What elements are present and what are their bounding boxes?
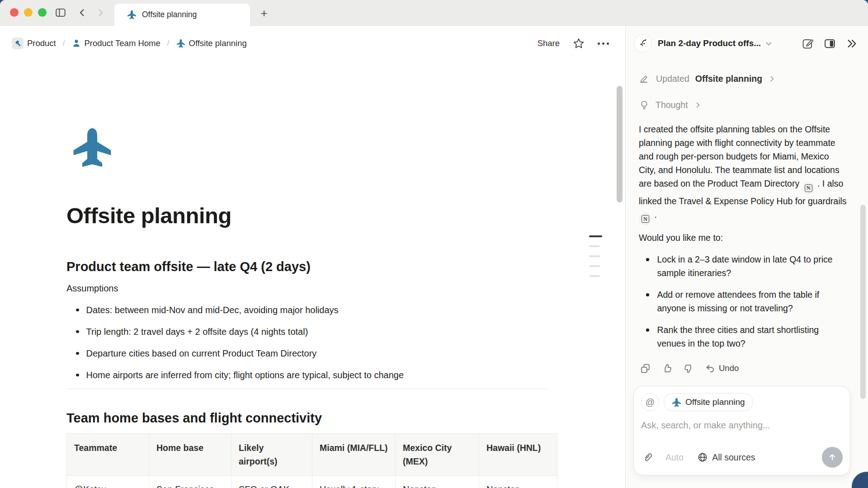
table-cell[interactable]: San Francisco bbox=[149, 476, 231, 488]
column-header[interactable]: Likely airport(s) bbox=[231, 434, 312, 476]
plane-icon bbox=[127, 10, 137, 19]
column-header[interactable]: Home base bbox=[149, 434, 231, 476]
more-options-button[interactable] bbox=[598, 42, 609, 45]
list-item: Rank the three cities and start shortlis… bbox=[639, 323, 847, 350]
document-pane: Product / Product Team Home / Offsite pl… bbox=[0, 26, 625, 488]
sidebar-toggle-icon bbox=[55, 7, 66, 19]
column-header[interactable]: Mexico City (MEX) bbox=[396, 434, 479, 476]
thumbs-up-icon[interactable] bbox=[660, 362, 673, 375]
undo-button[interactable]: Undo bbox=[705, 363, 739, 374]
copy-icon[interactable] bbox=[639, 362, 651, 375]
back-button[interactable] bbox=[76, 6, 89, 19]
document-header: Product / Product Team Home / Offsite pl… bbox=[0, 26, 625, 61]
table-of-contents-indicator[interactable] bbox=[589, 235, 602, 285]
notion-page-badge-icon[interactable]: N bbox=[802, 182, 815, 194]
attachment-paperclip-icon[interactable] bbox=[641, 451, 654, 464]
assumptions-list: Dates: between mid-Nov and mid-Dec, avoi… bbox=[66, 299, 557, 386]
column-header[interactable]: Hawaii (HNL) bbox=[479, 434, 557, 476]
compose-icon[interactable] bbox=[801, 37, 814, 50]
table-cell-mention[interactable]: @Katsu bbox=[67, 476, 149, 488]
breadcrumb-item-team-home[interactable]: Product Team Home bbox=[69, 37, 163, 50]
breadcrumb-item-offsite-planning[interactable]: Offsite planning bbox=[174, 37, 250, 50]
connectivity-table: Teammate Home base Likely airport(s) Mia… bbox=[66, 433, 557, 488]
send-button[interactable] bbox=[822, 447, 843, 468]
globe-icon bbox=[697, 452, 708, 463]
chevron-down-icon[interactable] bbox=[765, 40, 773, 47]
breadcrumb-item-product[interactable]: Product bbox=[9, 36, 59, 51]
table-cell[interactable]: Nonstop bbox=[479, 476, 557, 488]
panel-right-icon[interactable] bbox=[823, 37, 836, 50]
composer-input[interactable]: Ask, search, or make anything... bbox=[641, 420, 843, 431]
tab-title: Offsite planning bbox=[142, 10, 197, 19]
list-item: Home airports are inferred from city; fl… bbox=[66, 364, 557, 386]
sidebar-scrollbar[interactable] bbox=[860, 205, 866, 399]
section-heading: Product team offsite — late Q4 (2 days) bbox=[66, 258, 557, 275]
table-cell[interactable]: Nonstop bbox=[396, 476, 479, 488]
zoom-window-button[interactable] bbox=[38, 8, 47, 17]
list-item: Dates: between mid-Nov and mid-Dec, avoi… bbox=[66, 299, 557, 321]
thread-title[interactable]: Plan 2-day Product offs... bbox=[658, 38, 761, 48]
breadcrumb: Product / Product Team Home / Offsite pl… bbox=[9, 36, 250, 51]
ai-sidebar: Plan 2-day Product offs... bbox=[625, 26, 868, 488]
new-tab-button[interactable]: + bbox=[257, 6, 271, 20]
list-item: Trip length: 2 travel days + 2 offsite d… bbox=[66, 321, 557, 343]
ai-sidebar-header: Plan 2-day Product offs... bbox=[626, 26, 868, 61]
table-cell[interactable]: Usually 1-stop; bbox=[312, 476, 396, 488]
suggestion-list: Lock in a 2–3 date window in late Q4 to … bbox=[639, 253, 847, 350]
share-button[interactable]: Share bbox=[538, 38, 560, 48]
breadcrumb-label: Product bbox=[27, 38, 56, 48]
plane-icon bbox=[672, 398, 681, 407]
toggle-sidebar-button[interactable] bbox=[54, 6, 67, 19]
updated-label: Updated bbox=[656, 74, 689, 84]
close-window-button[interactable] bbox=[10, 8, 19, 17]
list-item: Departure cities based on current Produc… bbox=[66, 343, 557, 364]
chevrons-right-icon[interactable] bbox=[845, 37, 858, 50]
document-body: Offsite planning Product team offsite — … bbox=[66, 61, 557, 488]
all-sources-button[interactable]: All sources bbox=[697, 452, 755, 463]
table-cell[interactable]: SFO or OAK bbox=[231, 476, 312, 488]
mention-at-button[interactable]: @ bbox=[641, 393, 659, 411]
ai-composer[interactable]: @ Offsite planning Ask, search, or make … bbox=[633, 386, 850, 475]
list-item: Lock in a 2–3 date window in late Q4 to … bbox=[639, 253, 847, 280]
updated-target-page: Offsite planning bbox=[695, 74, 762, 84]
section-heading: Team home bases and flight connectivity bbox=[66, 410, 557, 426]
table-header-row: Teammate Home base Likely airport(s) Mia… bbox=[67, 434, 557, 476]
chip-label: Offsite planning bbox=[685, 397, 745, 407]
hammer-icon bbox=[12, 38, 24, 49]
minimize-window-button[interactable] bbox=[24, 8, 33, 17]
page-plane-icon[interactable] bbox=[70, 127, 114, 168]
undo-label: Undo bbox=[719, 363, 739, 373]
thought-label: Thought bbox=[656, 100, 688, 110]
auto-mode-button[interactable]: Auto bbox=[665, 452, 684, 463]
updated-step-row[interactable]: Updated Offsite planning bbox=[639, 73, 847, 84]
column-header[interactable]: Teammate bbox=[67, 434, 149, 476]
undo-arrow-icon bbox=[705, 363, 716, 374]
person-icon bbox=[72, 39, 81, 48]
thought-step-row[interactable]: Thought bbox=[639, 99, 847, 110]
divider bbox=[66, 389, 547, 389]
page-title: Offsite planning bbox=[66, 202, 557, 229]
forward-button[interactable] bbox=[94, 6, 107, 19]
arrow-up-icon bbox=[827, 452, 837, 462]
breadcrumb-label: Offsite planning bbox=[189, 38, 247, 48]
lightbulb-icon bbox=[639, 99, 650, 110]
message-actions: Undo bbox=[639, 362, 847, 375]
ai-message: I created the offsite planning tables on… bbox=[639, 122, 847, 225]
table-row: @Katsu San Francisco SFO or OAK Usually … bbox=[67, 476, 557, 488]
edit-pencil-icon bbox=[639, 73, 650, 84]
context-chip-offsite-planning[interactable]: Offsite planning bbox=[664, 393, 753, 411]
document-scrollbar[interactable] bbox=[617, 86, 623, 202]
notion-ai-face-icon bbox=[634, 34, 652, 52]
chevron-right-icon bbox=[95, 7, 106, 18]
thumbs-down-icon[interactable] bbox=[682, 362, 695, 375]
ai-thread: Updated Offsite planning Thought I creat… bbox=[626, 73, 868, 375]
column-header[interactable]: Miami (MIA/FLL) bbox=[312, 434, 396, 476]
all-sources-label: All sources bbox=[712, 452, 755, 463]
notion-page-badge-icon[interactable]: N bbox=[639, 213, 651, 225]
star-icon[interactable] bbox=[572, 37, 585, 50]
tab-offsite-planning[interactable]: Offsite planning bbox=[114, 4, 250, 26]
list-item: Add or remove attendees from the table i… bbox=[639, 288, 847, 315]
breadcrumb-separator: / bbox=[63, 39, 65, 48]
breadcrumb-label: Product Team Home bbox=[85, 38, 160, 48]
breadcrumb-separator: / bbox=[167, 39, 170, 48]
